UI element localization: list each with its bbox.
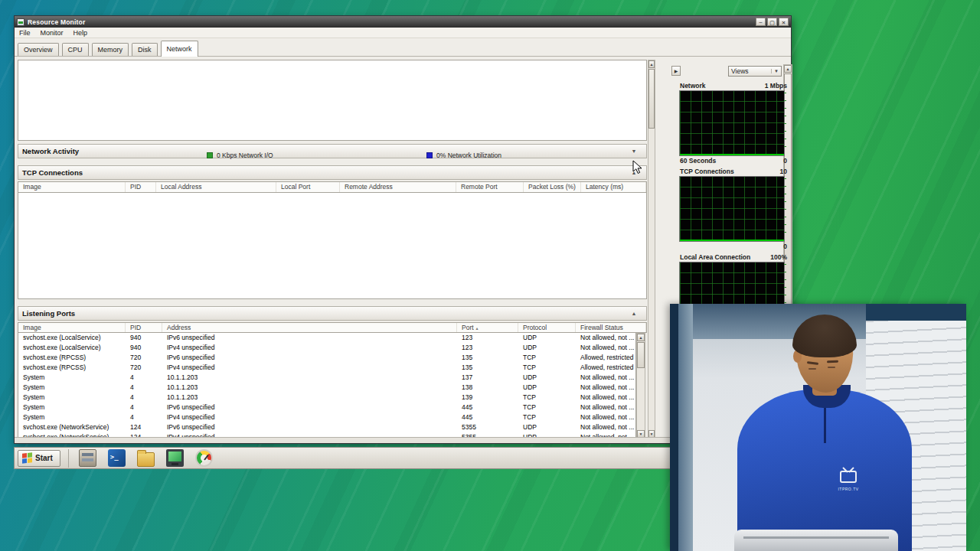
column-header-local-address[interactable]: Local Address	[156, 182, 276, 192]
listening-ports-scrollbar[interactable]: ▲ ▼	[636, 333, 645, 439]
table-cell: System	[18, 383, 126, 393]
table-row[interactable]: System4IPv6 unspecified445TCPNot allowed…	[18, 403, 635, 412]
table-cell: 124	[126, 422, 162, 432]
column-header-port[interactable]: Port▴	[457, 323, 518, 332]
tab-overview[interactable]: Overview	[18, 43, 59, 56]
column-header-pid[interactable]: PID	[126, 323, 162, 332]
table-cell: svchost.exe (RPCSS)	[18, 363, 126, 373]
chart-graph	[679, 176, 785, 242]
tcp-connections-section-header[interactable]: TCP Connections ▲	[18, 165, 647, 180]
column-header-latency-ms[interactable]: Latency (ms)	[581, 182, 646, 192]
section-title: Listening Ports	[22, 309, 75, 318]
scroll-up-icon[interactable]: ▲	[637, 334, 645, 341]
menu-help[interactable]: Help	[74, 29, 88, 37]
table-row[interactable]: System410.1.1.203137UDPNot allowed, not …	[18, 373, 635, 383]
maximize-button[interactable]	[767, 18, 777, 26]
listening-ports-section-header[interactable]: Listening Ports ▲	[18, 306, 647, 321]
itpro-tv-logo-text: ITPRO.TV	[832, 487, 864, 491]
powershell-icon[interactable]	[108, 449, 126, 467]
column-header-image[interactable]: Image	[18, 323, 126, 332]
table-row[interactable]: svchost.exe (RPCSS)720IPv4 unspecified13…	[18, 363, 635, 373]
table-cell: TCP	[518, 353, 576, 363]
chart-graph	[679, 90, 785, 156]
resource-monitor-icon[interactable]	[195, 449, 213, 467]
network-activity-section-header[interactable]: Network Activity 0 Kbps Network I/O0% Ne…	[18, 144, 647, 158]
tcp-connections-table-header: ImagePIDLocal AddressLocal PortRemote Ad…	[18, 181, 647, 193]
chart-network: Network1 Mbps60 Seconds0	[679, 81, 788, 165]
table-cell: Not allowed, not ...	[576, 412, 635, 422]
table-row[interactable]: svchost.exe (NetworkService)124IPv6 unsp…	[18, 422, 635, 432]
display-icon[interactable]	[166, 449, 184, 467]
minimize-button[interactable]	[756, 18, 766, 26]
scrollbar-thumb[interactable]	[648, 69, 655, 129]
title-bar[interactable]: Resource Monitor	[15, 16, 791, 28]
views-dropdown[interactable]: Views ▼	[728, 66, 782, 77]
table-row[interactable]: svchost.exe (LocalService)940IPv6 unspec…	[18, 333, 635, 343]
column-header-remote-port[interactable]: Remote Port	[456, 182, 524, 192]
column-header-image[interactable]: Image	[18, 182, 126, 192]
legend-swatch	[426, 152, 433, 158]
table-cell: System	[18, 373, 126, 383]
resource-monitor-icon	[17, 18, 24, 26]
table-cell: 123	[457, 333, 518, 343]
legend-label: 0% Network Utilization	[436, 152, 501, 159]
server-manager-icon[interactable]	[79, 449, 96, 467]
scrollbar-thumb[interactable]	[637, 342, 645, 368]
table-cell: Not allowed, not ...	[576, 422, 635, 432]
tab-network[interactable]: Network	[161, 41, 198, 57]
main-scrollbar[interactable]: ▲ ▼	[648, 60, 655, 439]
explorer-icon[interactable]	[137, 452, 155, 467]
column-header-packet-loss[interactable]: Packet Loss (%)	[524, 182, 581, 192]
table-cell: IPv6 unspecified	[162, 353, 457, 363]
tab-strip: OverviewCPUMemoryDiskNetwork	[15, 38, 791, 57]
start-button[interactable]: Start	[18, 450, 60, 467]
table-row[interactable]: System410.1.1.203139TCPNot allowed, not …	[18, 393, 635, 403]
table-cell: TCP	[518, 363, 576, 373]
table-row[interactable]: System4IPv4 unspecified445TCPNot allowed…	[18, 412, 635, 422]
table-cell: svchost.exe (LocalService)	[18, 343, 126, 353]
table-cell: 445	[457, 403, 518, 412]
table-cell: 135	[457, 353, 518, 363]
table-cell: IPv6 unspecified	[162, 333, 457, 343]
menu-monitor[interactable]: Monitor	[41, 29, 64, 37]
table-row[interactable]: svchost.exe (RPCSS)720IPv6 unspecified13…	[18, 353, 635, 363]
sort-ascending-icon: ▴	[476, 326, 479, 331]
chart-tcp-connections: TCP Connections100	[679, 167, 788, 251]
presenter-shirt-placket	[824, 408, 826, 443]
presenter-eye	[828, 367, 835, 368]
chart-title: Local Area Connection	[680, 253, 750, 262]
table-cell: TCP	[518, 403, 576, 412]
tab-memory[interactable]: Memory	[92, 43, 129, 56]
column-header-remote-address[interactable]: Remote Address	[340, 182, 456, 192]
legend-swatch	[207, 152, 213, 158]
tab-disk[interactable]: Disk	[132, 43, 158, 56]
column-header-address[interactable]: Address	[162, 323, 457, 332]
chevron-down-icon[interactable]: ▼	[626, 148, 642, 154]
section-title: TCP Connections	[22, 168, 83, 177]
table-row[interactable]: svchost.exe (LocalService)940IPv4 unspec…	[18, 343, 635, 353]
column-header-firewall-status[interactable]: Firewall Status	[576, 323, 646, 332]
processes-with-network-activity-panel	[18, 60, 647, 141]
chart-scale-label: 1 Mbps	[765, 81, 787, 90]
table-cell: 135	[457, 363, 518, 373]
listening-ports-table-body: svchost.exe (LocalService)940IPv6 unspec…	[18, 333, 636, 439]
studio-pillar	[678, 304, 693, 551]
laptop	[734, 530, 898, 551]
chart-scale-label: 10	[780, 167, 787, 176]
scroll-up-icon[interactable]: ▲	[784, 65, 792, 73]
table-cell: Not allowed, not ...	[576, 383, 635, 393]
scroll-up-icon[interactable]: ▲	[648, 60, 655, 68]
collapse-panel-button[interactable]: ▶	[671, 66, 681, 76]
column-header-local-port[interactable]: Local Port	[276, 182, 340, 192]
table-cell: 10.1.1.203	[162, 383, 457, 393]
column-header-pid[interactable]: PID	[126, 182, 156, 192]
chart-footer-right: 0	[783, 156, 787, 165]
close-button[interactable]	[779, 18, 789, 26]
legend-label: 0 Kbps Network I/O	[217, 152, 273, 159]
tab-cpu[interactable]: CPU	[62, 43, 89, 56]
menu-file[interactable]: File	[19, 29, 31, 37]
column-header-protocol[interactable]: Protocol	[518, 323, 576, 332]
views-label: Views	[731, 67, 749, 75]
table-row[interactable]: System410.1.1.203138UDPNot allowed, not …	[18, 383, 635, 393]
chevron-up-icon[interactable]: ▲	[626, 311, 642, 316]
